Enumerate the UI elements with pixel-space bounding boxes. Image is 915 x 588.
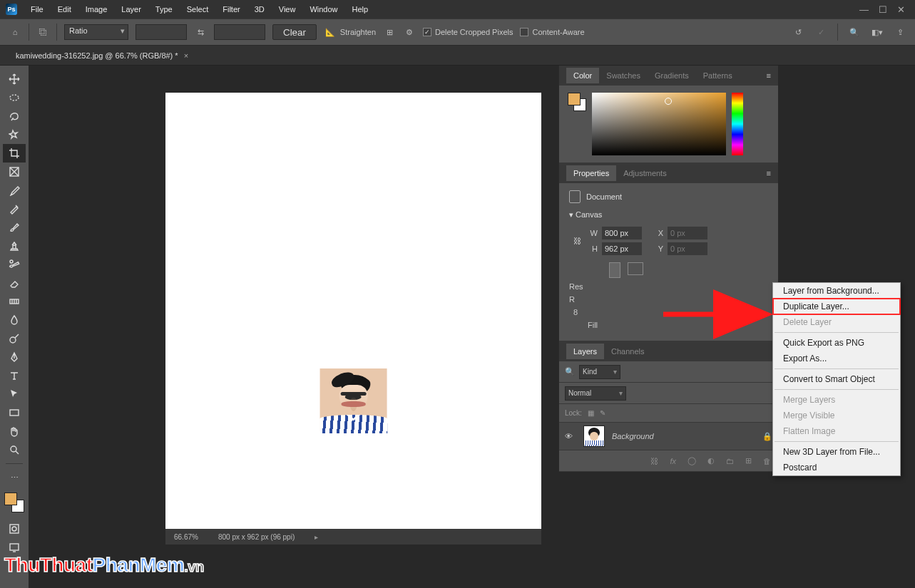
- landscape-orientation-button[interactable]: [628, 262, 643, 275]
- menu-filter[interactable]: Filter: [216, 3, 246, 16]
- document-tab[interactable]: kamiwedding-316252.jpg @ 66.7% (RGB/8#) …: [10, 48, 194, 63]
- lock-brush-icon[interactable]: ✎: [600, 409, 605, 417]
- link-layers-icon[interactable]: ⛓: [650, 457, 658, 465]
- context-menu-item[interactable]: Quick Export as PNG: [773, 335, 900, 351]
- clear-button[interactable]: Clear: [272, 24, 317, 40]
- move-tool[interactable]: [3, 70, 26, 88]
- crop-width-input[interactable]: [136, 24, 187, 40]
- clone-stamp-tool[interactable]: [3, 237, 26, 255]
- aspect-ratio-select[interactable]: Ratio: [64, 24, 128, 40]
- quick-mask-icon[interactable]: [3, 520, 26, 538]
- link-dimensions-icon[interactable]: ⛓: [573, 237, 585, 245]
- crop-tool[interactable]: [3, 144, 26, 163]
- share-icon[interactable]: ⇪: [894, 26, 906, 38]
- context-menu-item[interactable]: Layer from Background...: [773, 283, 900, 299]
- maximize-icon[interactable]: ☐: [879, 4, 887, 15]
- tab-layers[interactable]: Layers: [566, 344, 604, 359]
- document-canvas[interactable]: 66.67% 800 px x 962 px (96 ppi) ▸: [165, 93, 541, 545]
- tab-color[interactable]: Color: [566, 68, 599, 83]
- eraser-tool[interactable]: [3, 274, 26, 292]
- menu-layer[interactable]: Layer: [115, 3, 148, 16]
- document-tab-close-icon[interactable]: ×: [184, 51, 188, 60]
- context-menu-item[interactable]: New 3D Layer from File...: [773, 444, 900, 460]
- menu-help[interactable]: Help: [346, 3, 375, 16]
- eyedropper-tool[interactable]: [3, 181, 26, 200]
- tab-patterns[interactable]: Patterns: [696, 68, 740, 83]
- height-input[interactable]: [602, 242, 642, 255]
- edit-toolbar-icon[interactable]: ⋯: [3, 468, 26, 487]
- content-aware-checkbox[interactable]: [520, 28, 528, 36]
- foreground-color-swatch[interactable]: [4, 492, 17, 505]
- pen-tool[interactable]: [3, 348, 26, 366]
- portrait-orientation-button[interactable]: [609, 262, 620, 278]
- layer-kind-filter[interactable]: Kind: [579, 365, 620, 379]
- new-layer-icon[interactable]: ⊞: [745, 456, 752, 465]
- layer-lock-icon[interactable]: 🔒: [762, 432, 772, 441]
- crop-options-gear-icon[interactable]: ⚙: [403, 26, 416, 38]
- group-icon[interactable]: 🗀: [726, 457, 734, 465]
- zoom-tool[interactable]: [3, 440, 26, 459]
- menu-file[interactable]: File: [24, 3, 50, 16]
- gradient-tool[interactable]: [3, 292, 26, 311]
- context-menu-item[interactable]: Export As...: [773, 351, 900, 366]
- layer-mask-icon[interactable]: ◯: [687, 456, 696, 465]
- tab-swatches[interactable]: Swatches: [599, 68, 648, 83]
- menu-select[interactable]: Select: [180, 3, 215, 16]
- layer-thumbnail[interactable]: [583, 425, 605, 447]
- layer-name[interactable]: Background: [612, 432, 654, 440]
- frame-tool[interactable]: [3, 163, 26, 181]
- dodge-tool[interactable]: [3, 329, 26, 348]
- home-icon[interactable]: ⌂: [9, 26, 21, 38]
- healing-brush-tool[interactable]: [3, 200, 26, 218]
- swap-dimensions-icon[interactable]: ⇆: [194, 26, 207, 38]
- search-icon[interactable]: 🔍: [848, 26, 861, 38]
- menu-view[interactable]: View: [272, 3, 302, 16]
- type-tool[interactable]: [3, 366, 26, 385]
- context-menu-item[interactable]: Postcard: [773, 460, 900, 475]
- lock-pixels-icon[interactable]: ▦: [588, 409, 594, 417]
- zoom-level[interactable]: 66.67%: [174, 533, 198, 541]
- layer-fx-icon[interactable]: fx: [670, 457, 676, 465]
- foreground-background-colors[interactable]: [4, 492, 24, 512]
- menu-type[interactable]: Type: [149, 3, 179, 16]
- context-menu-item[interactable]: Duplicate Layer...: [773, 299, 900, 314]
- menu-window[interactable]: Window: [303, 3, 344, 16]
- layer-filter-search-icon[interactable]: 🔍: [565, 367, 575, 376]
- blur-tool[interactable]: [3, 311, 26, 329]
- adjustment-layer-icon[interactable]: ◐: [707, 456, 715, 465]
- brush-tool[interactable]: [3, 218, 26, 237]
- crop-height-input[interactable]: [214, 24, 265, 40]
- quick-selection-tool[interactable]: [3, 125, 26, 144]
- layer-visibility-icon[interactable]: 👁: [565, 432, 576, 440]
- panel-menu-icon[interactable]: ≡: [767, 71, 771, 80]
- marquee-tool[interactable]: [3, 88, 26, 107]
- overlay-grid-icon[interactable]: ⊞: [383, 26, 396, 38]
- canvas-section-toggle[interactable]: ▾ Canvas: [569, 210, 768, 220]
- history-brush-tool[interactable]: [3, 255, 26, 274]
- straighten-icon[interactable]: 📐: [324, 26, 337, 38]
- tab-channels[interactable]: Channels: [604, 344, 651, 359]
- path-selection-tool[interactable]: [3, 385, 26, 403]
- menu-3d[interactable]: 3D: [248, 3, 271, 16]
- menu-edit[interactable]: Edit: [51, 3, 78, 16]
- tab-adjustments[interactable]: Adjustments: [616, 165, 674, 181]
- lasso-tool[interactable]: [3, 107, 26, 125]
- tab-gradients[interactable]: Gradients: [648, 68, 696, 83]
- color-fg-bg-swatches[interactable]: [568, 93, 586, 111]
- hand-tool[interactable]: [3, 422, 26, 440]
- menu-image[interactable]: Image: [79, 3, 114, 16]
- reset-icon[interactable]: ↺: [792, 26, 804, 38]
- context-menu-item[interactable]: Convert to Smart Object: [773, 371, 900, 387]
- color-picker-field[interactable]: [592, 93, 726, 155]
- layer-row-background[interactable]: 👁 Background 🔒: [559, 423, 778, 450]
- crop-tool-indicator-icon[interactable]: ⿻: [36, 26, 49, 38]
- rectangle-tool[interactable]: [3, 403, 26, 422]
- panel-menu-icon[interactable]: ≡: [767, 169, 771, 177]
- workspace-icon[interactable]: ◧▾: [871, 26, 884, 38]
- close-icon[interactable]: ✕: [897, 4, 905, 15]
- delete-cropped-checkbox[interactable]: ✓: [423, 28, 431, 36]
- blend-mode-select[interactable]: Normal: [565, 386, 626, 401]
- width-input[interactable]: [602, 227, 642, 239]
- hue-slider[interactable]: [732, 93, 743, 155]
- tab-properties[interactable]: Properties: [566, 165, 616, 181]
